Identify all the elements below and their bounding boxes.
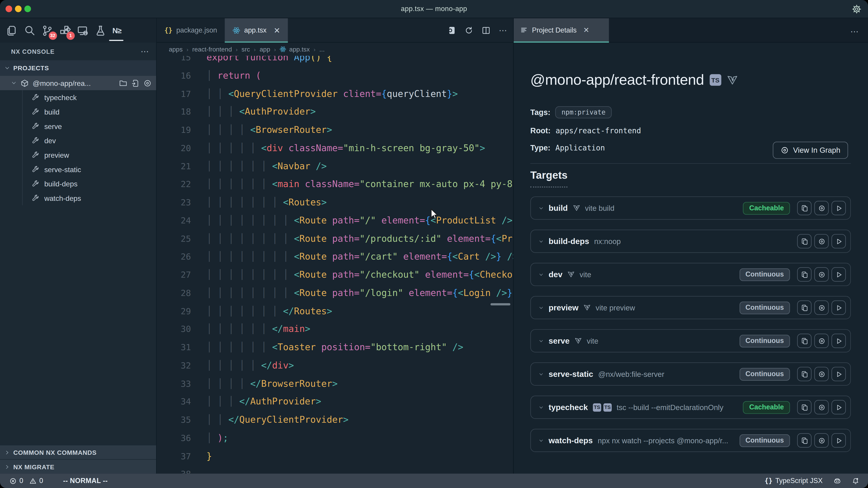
copy-task-button[interactable]	[797, 300, 812, 315]
copy-task-button[interactable]	[797, 201, 812, 215]
target-card-typecheck[interactable]: typecheck TSTS tsc --build --emitDeclara…	[530, 396, 851, 419]
copy-task-button[interactable]	[797, 234, 812, 249]
run-target-button[interactable]	[831, 234, 846, 249]
target-card-build-deps[interactable]: build-deps nx:noop	[530, 230, 851, 253]
code-line-30[interactable]: 30│ │ │ │ │ │ </main>	[157, 321, 513, 339]
focus-in-graph-button[interactable]	[814, 433, 829, 448]
run-target-button[interactable]	[831, 334, 846, 348]
reveal-folder-icon[interactable]	[119, 79, 127, 87]
sidebar-task-build-deps[interactable]: build-deps	[0, 176, 156, 191]
target-card-build[interactable]: build vite build Cacheable	[530, 196, 851, 220]
run-target-button[interactable]	[831, 400, 846, 415]
copy-task-button[interactable]	[797, 334, 812, 348]
focus-in-graph-button[interactable]	[814, 334, 829, 348]
tab-project-details[interactable]: Project Details ✕	[514, 18, 609, 42]
run-target-button[interactable]	[831, 300, 846, 315]
testing-icon[interactable]	[95, 25, 106, 36]
run-target-button[interactable]	[831, 433, 846, 448]
sidebar-task-preview[interactable]: preview	[0, 148, 156, 162]
nx-console-activity-icon[interactable]: N≥	[112, 25, 124, 36]
focus-in-graph-button[interactable]	[814, 300, 829, 315]
breadcrumb-item[interactable]: src	[241, 46, 250, 53]
code-line-29[interactable]: 29│ │ │ │ │ │ │ </Routes>	[157, 302, 513, 320]
code-line-33[interactable]: 33│ │ │ │ </BrowserRouter>	[157, 375, 513, 393]
breadcrumb-item[interactable]: react-frontend	[192, 46, 232, 53]
settings-gear-icon[interactable]	[852, 4, 862, 14]
breadcrumb-item[interactable]: app.tsx	[280, 46, 310, 53]
tab-app-tsx[interactable]: app.tsx ✕	[225, 18, 288, 42]
source-control-icon[interactable]: 32	[41, 25, 53, 36]
panel-more-actions-icon[interactable]: ⋯	[850, 29, 859, 34]
code-editor[interactable]: 15export function App() {16│ return (17│…	[157, 56, 513, 474]
sidebar-task-serve-static[interactable]: serve-static	[0, 162, 156, 177]
sidebar-task-build[interactable]: build	[0, 105, 156, 119]
copy-task-button[interactable]	[797, 400, 812, 415]
focus-in-graph-button[interactable]	[814, 267, 829, 282]
code-line-35[interactable]: 35│ │ </QueryClientProvider>	[157, 411, 513, 429]
notifications-bell-icon[interactable]	[852, 477, 859, 484]
copy-task-button[interactable]	[797, 433, 812, 448]
tab-package-json[interactable]: {} package.json	[157, 18, 225, 42]
close-tab-icon[interactable]: ✕	[583, 26, 589, 34]
breadcrumb-item[interactable]: app	[259, 46, 270, 53]
close-tab-icon[interactable]: ✕	[274, 26, 280, 35]
focus-in-graph-button[interactable]	[814, 400, 829, 415]
show-in-graph-icon[interactable]	[143, 79, 152, 87]
section-nx-migrate[interactable]: NX MIGRATE	[0, 459, 156, 474]
editor-scrollbar[interactable]	[491, 303, 510, 305]
code-line-25[interactable]: 25│ │ │ │ │ │ │ │ <Route path="/products…	[157, 230, 513, 248]
run-target-button[interactable]	[831, 367, 846, 381]
code-line-19[interactable]: 19│ │ │ │ <BrowserRouter>	[157, 121, 513, 139]
focus-in-graph-button[interactable]	[814, 201, 829, 215]
code-line-34[interactable]: 34│ │ │ </AuthProvider>	[157, 393, 513, 411]
code-line-18[interactable]: 18│ │ │ <AuthProvider>	[157, 103, 513, 121]
explorer-icon[interactable]	[6, 25, 18, 36]
target-card-dev[interactable]: dev vite Continuous	[530, 263, 851, 286]
open-project-details-icon[interactable]	[447, 26, 456, 35]
copilot-icon[interactable]	[834, 477, 841, 484]
target-card-preview[interactable]: preview vite preview Continuous	[530, 296, 851, 319]
split-editor-icon[interactable]	[482, 26, 491, 35]
code-line-22[interactable]: 22│ │ │ │ │ │ <main className="container…	[157, 175, 513, 194]
view-in-graph-button[interactable]: View In Graph	[773, 142, 848, 159]
sidebar-more-actions-icon[interactable]: ⋯	[141, 49, 149, 54]
target-card-watch-deps[interactable]: watch-deps npx nx watch --projects @mono…	[530, 429, 851, 452]
search-icon[interactable]	[24, 25, 35, 36]
code-line-31[interactable]: 31│ │ │ │ │ │ <Toaster position="bottom-…	[157, 339, 513, 357]
project-row[interactable]: @mono-app/rea...	[0, 76, 156, 90]
code-line-24[interactable]: 24│ │ │ │ │ │ │ │ <Route path="/" elemen…	[157, 212, 513, 230]
sidebar-task-dev[interactable]: dev	[0, 133, 156, 148]
refresh-icon[interactable]	[465, 26, 473, 35]
sidebar-task-serve[interactable]: serve	[0, 119, 156, 133]
code-line-36[interactable]: 36│ );	[157, 429, 513, 447]
problems-indicator[interactable]: 0 0	[9, 477, 43, 485]
breadcrumb-item[interactable]: ...	[319, 46, 324, 53]
sidebar-task-typecheck[interactable]: typecheck	[0, 90, 156, 105]
run-target-button[interactable]	[831, 267, 846, 282]
run-target-button[interactable]	[831, 201, 846, 215]
code-line-37[interactable]: 37}	[157, 447, 513, 465]
extensions-icon[interactable]: 1	[59, 25, 71, 36]
code-line-16[interactable]: 16│ return (	[157, 67, 513, 85]
code-line-15[interactable]: 15export function App() {	[157, 56, 513, 67]
code-line-32[interactable]: 32│ │ │ │ │ </div>	[157, 357, 513, 375]
copy-task-button[interactable]	[797, 267, 812, 282]
more-actions-icon[interactable]: ⋯	[499, 28, 508, 33]
code-line-23[interactable]: 23│ │ │ │ │ │ │ <Routes>	[157, 194, 513, 212]
code-line-17[interactable]: 17│ │ <QueryClientProvider client={query…	[157, 85, 513, 103]
focus-in-graph-button[interactable]	[814, 234, 829, 249]
target-card-serve[interactable]: serve vite Continuous	[530, 329, 851, 352]
generate-file-icon[interactable]	[131, 79, 140, 87]
breadcrumb-item[interactable]: apps	[169, 46, 183, 53]
focus-in-graph-button[interactable]	[814, 367, 829, 381]
target-card-serve-static[interactable]: serve-static @nx/web:file-server Continu…	[530, 362, 851, 386]
code-line-38[interactable]: 38	[157, 465, 513, 474]
language-mode[interactable]: {} TypeScript JSX	[765, 477, 823, 485]
section-projects[interactable]: PROJECTS	[0, 60, 156, 76]
copy-task-button[interactable]	[797, 367, 812, 381]
code-line-28[interactable]: 28│ │ │ │ │ │ │ │ <Route path="/login" e…	[157, 284, 513, 302]
code-line-21[interactable]: 21│ │ │ │ │ │ <Navbar />	[157, 158, 513, 175]
code-line-27[interactable]: 27│ │ │ │ │ │ │ │ <Route path="/checkout…	[157, 266, 513, 284]
remote-explorer-icon[interactable]	[77, 25, 88, 36]
code-line-26[interactable]: 26│ │ │ │ │ │ │ │ <Route path="/cart" el…	[157, 248, 513, 266]
